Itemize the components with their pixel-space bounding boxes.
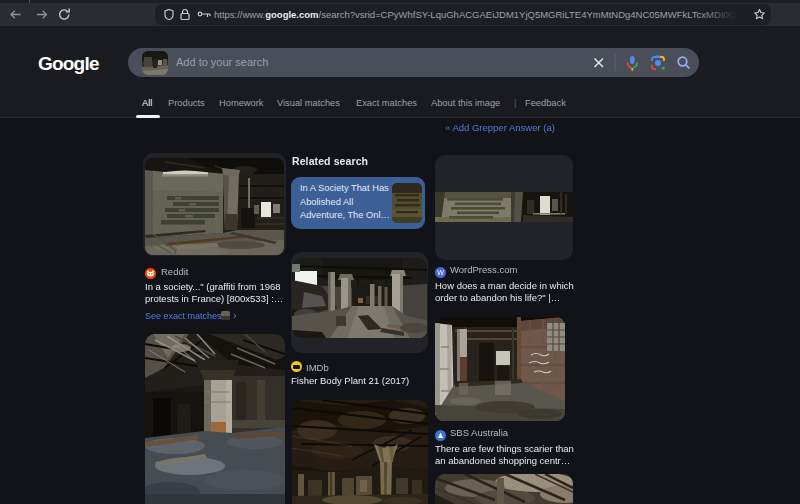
svg-text:W: W <box>437 269 444 276</box>
